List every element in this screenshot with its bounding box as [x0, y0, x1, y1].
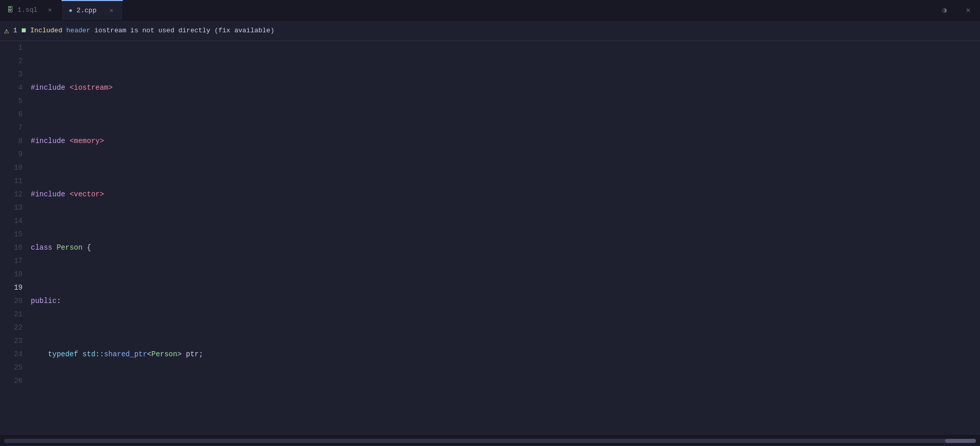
line-num-13: 13 — [4, 201, 23, 214]
warning-triangle-icon: ⚠ — [4, 26, 9, 36]
tab-1sql-close[interactable]: ✕ — [46, 5, 54, 15]
editor-area: 1 2 3 4 5 6 7 8 9 10 11 12 13 14 15 16 1… — [0, 41, 980, 435]
code-line-4: class Person { — [31, 241, 980, 254]
code-line-2: #include <memory> — [31, 134, 980, 148]
code-line-3: #include <vector> — [31, 188, 980, 201]
line-num-22: 22 — [4, 321, 23, 334]
line-num-1: 1 — [4, 41, 23, 54]
code-line-5: public: — [31, 294, 980, 308]
line-num-3: 3 — [4, 68, 23, 81]
line-num-10: 10 — [4, 161, 23, 174]
line-num-17: 17 — [4, 254, 23, 268]
code-line-1: #include <iostream> — [31, 81, 980, 94]
line-num-23: 23 — [4, 334, 23, 348]
line-num-21: 21 — [4, 308, 23, 321]
theme-icon: ◑ — [943, 6, 947, 14]
line-num-11: 11 — [4, 174, 23, 188]
warning-message: Included header iostream is not used dir… — [30, 27, 274, 34]
tab-bar: 🗄 1.sql ✕ ● 2.cpp ✕ ◑ ✕ — [0, 0, 980, 21]
line-num-25: 25 — [4, 361, 23, 374]
line-num-24: 24 — [4, 348, 23, 361]
line-num-26: 26 — [4, 374, 23, 388]
close-icon: ✕ — [966, 6, 970, 14]
line-num-14: 14 — [4, 214, 23, 228]
theme-button[interactable]: ◑ — [933, 0, 956, 21]
line-num-20: 20 — [4, 294, 23, 308]
tab-1sql[interactable]: 🗄 1.sql ✕ — [0, 0, 62, 20]
sql-icon: 🗄 — [7, 6, 13, 14]
line-num-5: 5 — [4, 94, 23, 108]
code-editor[interactable]: #include <iostream> #include <memory> #i… — [27, 41, 980, 435]
tab-2cpp-label: 2.cpp — [76, 7, 96, 14]
cpp-icon: ● — [69, 7, 72, 14]
scrollbar-area[interactable] — [0, 435, 980, 445]
window-controls: ◑ ✕ — [933, 0, 980, 20]
horizontal-scrollbar[interactable] — [4, 439, 976, 443]
line-num-19: 19 — [4, 281, 23, 294]
line-num-4: 4 — [4, 81, 23, 94]
line-num-9: 9 — [4, 148, 23, 161]
warning-dot-icon: ■ — [21, 26, 26, 35]
line-num-15: 15 — [4, 228, 23, 241]
warning-line-number: 1 — [13, 27, 17, 34]
line-num-16: 16 — [4, 241, 23, 254]
line-num-2: 2 — [4, 54, 23, 68]
tab-2cpp[interactable]: ● 2.cpp ✕ — [62, 0, 123, 20]
tab-2cpp-close[interactable]: ✕ — [108, 6, 115, 15]
line-num-8: 8 — [4, 134, 23, 148]
line-num-7: 7 — [4, 121, 23, 134]
scrollbar-thumb[interactable] — [945, 439, 976, 443]
line-numbers: 1 2 3 4 5 6 7 8 9 10 11 12 13 14 15 16 1… — [0, 41, 27, 435]
line-num-12: 12 — [4, 188, 23, 201]
line-num-6: 6 — [4, 108, 23, 121]
code-line-7 — [31, 401, 980, 414]
line-num-18: 18 — [4, 268, 23, 281]
close-button[interactable]: ✕ — [956, 0, 980, 21]
tab-1sql-label: 1.sql — [17, 6, 37, 14]
code-line-6: typedef std::shared_ptr<Person> ptr; — [31, 348, 980, 361]
warning-bar: ⚠ 1 ■ Included header iostream is not us… — [0, 21, 980, 41]
